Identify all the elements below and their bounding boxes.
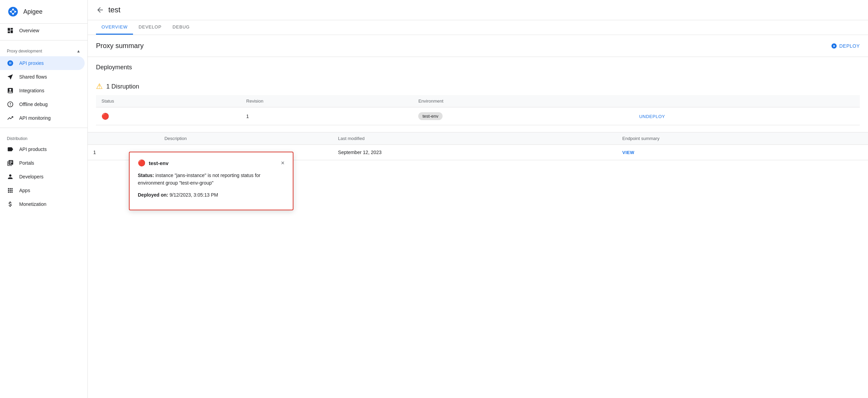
overview-icon: [7, 27, 14, 34]
sidebar-item-label-overview: Overview: [19, 28, 39, 33]
popup-status-text: Status: instance "jans-instance" is not …: [138, 172, 285, 187]
deploy-button[interactable]: DEPLOY: [831, 43, 860, 49]
sidebar-label-offline-debug: Offline debug: [19, 102, 48, 107]
popup-deployed-on-label: Deployed on:: [138, 192, 168, 198]
sidebar-label-apps: Apps: [19, 188, 30, 193]
popup-close-button[interactable]: ×: [281, 160, 285, 167]
topbar: test: [88, 0, 868, 20]
apigee-logo-icon: [7, 5, 19, 18]
sidebar-item-api-products[interactable]: API products: [0, 142, 85, 156]
popup-deployed-on: Deployed on: 9/12/2023, 3:05:13 PM: [138, 191, 285, 199]
main-content: test OVERVIEW DEVELOP DEBUG Proxy summar…: [88, 0, 868, 398]
app-logo: Apigee: [0, 0, 87, 24]
error-status-icon[interactable]: 🔴: [101, 113, 109, 120]
row-environment: test-env: [413, 107, 634, 125]
sidebar-item-apps[interactable]: Apps: [0, 184, 85, 197]
api-monitoring-icon: [7, 115, 14, 121]
sidebar-item-integrations[interactable]: Integrations: [0, 84, 85, 97]
popup-deployed-on-value: 9/12/2023, 3:05:13 PM: [170, 192, 218, 198]
rev-last-modified: September 12, 2023: [333, 145, 617, 160]
undeploy-button[interactable]: UNDEPLOY: [639, 114, 665, 119]
popup-status-label: Status:: [138, 173, 154, 178]
portals-icon: [7, 160, 14, 166]
sidebar-item-shared-flows[interactable]: Shared flows: [0, 70, 85, 84]
sidebar-label-api-monitoring: API monitoring: [19, 115, 51, 121]
apps-icon: [7, 187, 14, 194]
offline-debug-icon: [7, 101, 14, 108]
sidebar-label-monetization: Monetization: [19, 201, 46, 207]
sidebar-item-api-proxies[interactable]: API proxies: [0, 56, 85, 70]
col-header-revision: Revision: [241, 95, 413, 107]
deploy-label: DEPLOY: [839, 43, 860, 49]
sidebar: Apigee Overview Proxy development ▲ API …: [0, 0, 88, 398]
rev-col-last-modified: Last modified: [333, 132, 617, 145]
disruption-label: 1 Disruption: [106, 83, 139, 90]
popup-body: Status: instance "jans-instance" is not …: [138, 172, 285, 199]
sidebar-label-integrations: Integrations: [19, 88, 44, 93]
disruption-banner: ⚠ 1 Disruption: [96, 77, 860, 95]
popup-card: 🔴 test-env × Status: instance "jans-inst…: [129, 152, 293, 210]
row-revision: 1: [241, 107, 413, 125]
rev-col-number: [88, 132, 159, 145]
deployments-title: Deployments: [96, 64, 860, 71]
tabs-bar: OVERVIEW DEVELOP DEBUG: [88, 20, 868, 35]
sidebar-label-api-products: API products: [19, 147, 47, 152]
col-header-action: [634, 95, 860, 107]
sidebar-label-portals: Portals: [19, 160, 34, 166]
page-title: test: [108, 5, 120, 14]
warning-icon: ⚠: [96, 82, 103, 91]
sidebar-divider-1: [0, 40, 87, 40]
row-status: 🔴: [96, 107, 241, 125]
sidebar-item-api-monitoring[interactable]: API monitoring: [0, 111, 85, 125]
sidebar-item-offline-debug[interactable]: Offline debug: [0, 97, 85, 111]
deployments-section: Deployments ⚠ 1 Disruption Status Revisi…: [88, 57, 868, 132]
shared-flows-icon: [7, 73, 14, 80]
sidebar-section-proxy-development: Proxy development ▲: [0, 43, 87, 56]
rev-view-action: VIEW: [617, 145, 868, 160]
back-button[interactable]: [96, 6, 104, 14]
popup-header: 🔴 test-env ×: [138, 159, 285, 167]
collapse-icon[interactable]: ▲: [76, 49, 81, 54]
sidebar-label-api-proxies: API proxies: [19, 60, 44, 66]
deployments-table: Status Revision Environment 🔴 1 test-env: [96, 95, 860, 125]
sidebar-item-monetization[interactable]: Monetization: [0, 197, 85, 211]
content-area: Proxy summary DEPLOY Deployments ⚠ 1 Dis…: [88, 35, 868, 398]
integrations-icon: [7, 87, 14, 94]
sidebar-item-portals[interactable]: Portals: [0, 156, 85, 170]
row-action: UNDEPLOY: [634, 107, 860, 125]
sidebar-label-developers: Developers: [19, 174, 44, 179]
rev-col-description: Description: [159, 132, 333, 145]
view-button[interactable]: VIEW: [622, 150, 634, 155]
deploy-icon: [831, 43, 837, 49]
tab-develop[interactable]: DEVELOP: [133, 20, 167, 35]
rev-col-endpoint: Endpoint summary: [617, 132, 868, 145]
popup-title: test-env: [149, 160, 169, 166]
api-products-icon: [7, 146, 14, 153]
env-badge: test-env: [418, 112, 442, 120]
sidebar-divider-2: [0, 128, 87, 128]
table-row: 🔴 1 test-env UNDEPLOY: [96, 107, 860, 125]
proxy-summary-bar: Proxy summary DEPLOY: [88, 35, 868, 57]
sidebar-label-shared-flows: Shared flows: [19, 74, 47, 80]
monetization-icon: [7, 201, 14, 208]
sidebar-item-developers[interactable]: Developers: [0, 170, 85, 184]
sidebar-section-distribution: Distribution: [0, 131, 87, 142]
proxy-summary-title: Proxy summary: [96, 42, 144, 50]
popup-status-message: instance "jans-instance" is not reportin…: [138, 173, 261, 186]
popup-title-row: 🔴 test-env: [138, 159, 169, 167]
app-name: Apigee: [23, 8, 43, 15]
sidebar-item-overview[interactable]: Overview: [0, 24, 85, 37]
tab-debug[interactable]: DEBUG: [167, 20, 195, 35]
col-header-status: Status: [96, 95, 241, 107]
developers-icon: [7, 173, 14, 180]
popup-error-icon: 🔴: [138, 159, 145, 167]
tab-overview[interactable]: OVERVIEW: [96, 20, 133, 35]
col-header-environment: Environment: [413, 95, 634, 107]
proxy-development-label: Proxy development: [7, 49, 42, 54]
api-proxies-icon: [7, 60, 14, 67]
